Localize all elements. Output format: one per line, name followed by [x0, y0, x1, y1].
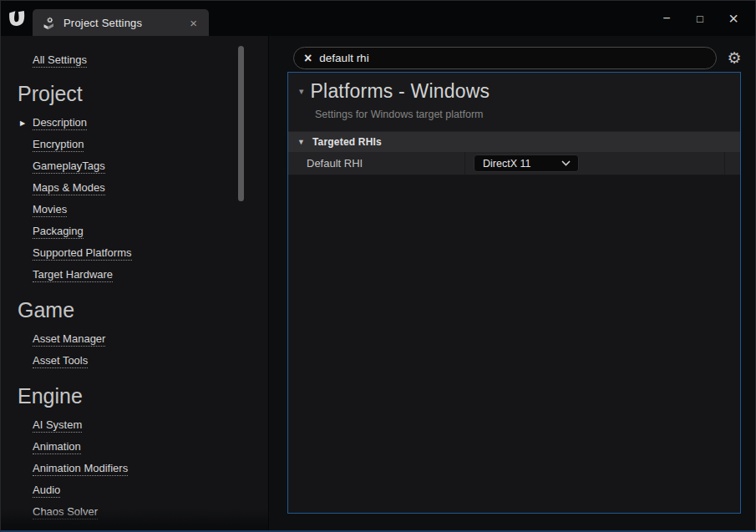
- sidebar-item-description[interactable]: ▶ Description: [1, 112, 268, 134]
- tab-close-icon[interactable]: ×: [186, 15, 200, 31]
- project-settings-window: Project Settings × − □ × All Settings Pr…: [0, 0, 756, 532]
- sidebar-section-engine: Engine: [18, 384, 268, 408]
- settings-sidebar: All Settings Project ▶ Description Encry…: [1, 36, 269, 530]
- sidebar-item-asset-tools[interactable]: Asset Tools: [1, 350, 268, 372]
- sidebar-item-supported-platforms[interactable]: Supported Platforms: [1, 242, 268, 264]
- section-expander-icon[interactable]: ▾: [299, 87, 304, 96]
- sidebar-item-maps-modes[interactable]: Maps & Modes: [1, 177, 268, 199]
- category-expander-icon[interactable]: ▼: [297, 139, 305, 146]
- sidebar-item-animation[interactable]: Animation: [1, 436, 268, 458]
- sidebar-item-asset-manager[interactable]: Asset Manager: [1, 328, 268, 350]
- search-row: × ⚙: [293, 47, 744, 69]
- sidebar-item-encryption[interactable]: Encryption: [1, 134, 268, 155]
- tab-title: Project Settings: [63, 17, 179, 29]
- property-row-spare: [725, 152, 740, 175]
- sidebar-section-game: Game: [18, 298, 268, 322]
- sidebar-item-movies[interactable]: Movies: [1, 199, 268, 220]
- search-input[interactable]: [319, 52, 706, 64]
- settings-panel: ▾ Platforms - Windows Settings for Windo…: [287, 72, 741, 514]
- property-row-default-rhi: Default RHI DirectX 11: [288, 152, 740, 175]
- property-value-cell: DirectX 11: [465, 152, 725, 175]
- sidebar-item-animation-modifiers[interactable]: Animation Modifiers: [1, 458, 268, 479]
- sidebar-item-ai-system[interactable]: AI System: [1, 414, 268, 436]
- maximize-button[interactable]: □: [683, 13, 717, 25]
- panel-empty-space: [288, 175, 740, 513]
- titlebar: Project Settings × − □ ×: [1, 1, 755, 36]
- close-button[interactable]: ×: [717, 9, 750, 28]
- page-title: Platforms - Windows: [311, 80, 490, 103]
- category-label: Targeted RHIs: [312, 136, 382, 148]
- search-box[interactable]: ×: [293, 47, 717, 69]
- property-label: Default RHI: [288, 152, 465, 175]
- sidebar-section-project: Project: [18, 82, 268, 106]
- chevron-down-icon: [561, 160, 571, 166]
- page-subtitle: Settings for Windows target platform: [315, 109, 728, 120]
- default-rhi-dropdown[interactable]: DirectX 11: [474, 155, 579, 172]
- panel-header: ▾ Platforms - Windows Settings for Windo…: [288, 73, 740, 131]
- category-targeted-rhis[interactable]: ▼ Targeted RHIs: [288, 131, 740, 152]
- clear-search-icon[interactable]: ×: [304, 52, 312, 65]
- sidebar-item-chaos-solver[interactable]: Chaos Solver: [1, 501, 268, 523]
- sidebar-item-audio[interactable]: Audio: [1, 479, 268, 501]
- minimize-button[interactable]: −: [650, 11, 683, 26]
- sidebar-scrollbar[interactable]: [238, 46, 244, 201]
- tab-project-settings[interactable]: Project Settings ×: [33, 9, 209, 36]
- main-area: All Settings Project ▶ Description Encry…: [1, 36, 755, 530]
- content-area: × ⚙ ▾ Platforms - Windows Settings for W…: [269, 36, 755, 530]
- project-settings-gear-icon: [42, 16, 56, 30]
- sidebar-item-cinematic-camera[interactable]: Cinematic Camera: [1, 523, 268, 530]
- sidebar-item-gameplaytags[interactable]: GameplayTags: [1, 155, 268, 177]
- window-controls: − □ ×: [650, 1, 750, 36]
- unreal-engine-logo-icon: [1, 1, 33, 36]
- sidebar-item-all-settings[interactable]: All Settings: [33, 53, 87, 68]
- dropdown-selected-value: DirectX 11: [483, 158, 530, 170]
- sidebar-item-packaging[interactable]: Packaging: [1, 220, 268, 242]
- sidebar-item-target-hardware[interactable]: Target Hardware: [1, 264, 268, 286]
- triangle-right-icon: ▶: [20, 119, 25, 127]
- settings-gear-icon[interactable]: ⚙: [724, 50, 744, 66]
